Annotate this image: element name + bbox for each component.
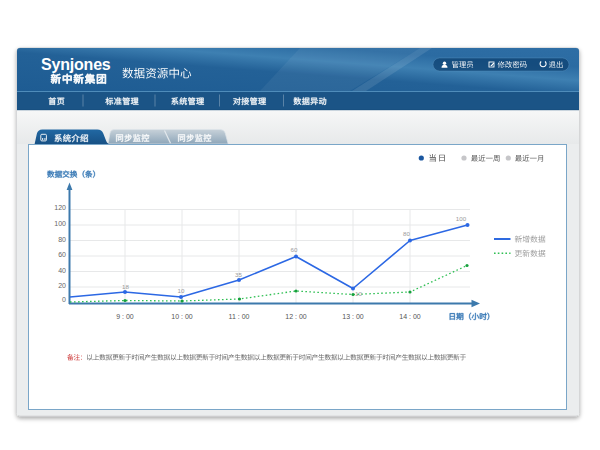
svg-text:9 : 00: 9 : 00 <box>116 313 134 320</box>
svg-text:100: 100 <box>54 220 66 227</box>
svg-text:80: 80 <box>403 230 410 237</box>
svg-text:60: 60 <box>291 246 298 253</box>
svg-text:80: 80 <box>58 236 66 243</box>
svg-text:11 : 00: 11 : 00 <box>229 313 250 320</box>
svg-text:20: 20 <box>58 282 66 289</box>
svg-text:13 : 00: 13 : 00 <box>342 313 364 320</box>
svg-text:35: 35 <box>235 271 242 278</box>
svg-text:0: 0 <box>62 296 66 303</box>
svg-text:100: 100 <box>456 215 467 222</box>
svg-text:10: 10 <box>178 287 185 294</box>
svg-text:40: 40 <box>58 267 66 274</box>
svg-text:Synjones: Synjones <box>41 56 111 73</box>
svg-text:14 : 00: 14 : 00 <box>399 313 421 320</box>
svg-text:18: 18 <box>122 283 129 290</box>
svg-text:120: 120 <box>54 204 66 211</box>
svg-text:60: 60 <box>58 251 66 258</box>
svg-text:10: 10 <box>355 290 362 297</box>
svg-text:12 : 00: 12 : 00 <box>285 313 307 320</box>
svg-text:10 : 00: 10 : 00 <box>171 313 193 320</box>
